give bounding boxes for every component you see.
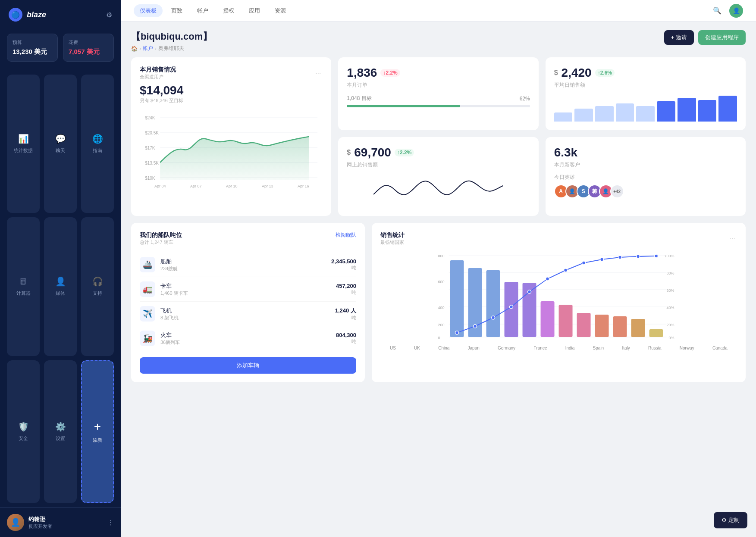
avg-sales-label: 平均日销售额 [554,81,737,89]
avg-sales-bar-chart [554,96,737,122]
nav-item-stats[interactable]: 📊 统计数据 [7,75,40,213]
avg-sales-value: $ 2,420 ↑2.6% [554,66,737,80]
nav-item-media[interactable]: 👤 媒体 [44,217,77,356]
header-actions: + 邀请 创建应用程序 [664,30,746,45]
orders-label: 本月订单 [347,81,400,89]
nav-item-guide[interactable]: 🌐 指南 [81,75,114,213]
invite-button[interactable]: + 邀请 [664,30,694,45]
revenue-change: ↑2.2% [395,149,414,156]
user-menu-icon[interactable]: ⋮ [107,518,114,527]
tab-auth[interactable]: 授权 [217,4,240,17]
top-nav-tabs: 仪表板 页数 帐户 授权 应用 资源 [134,4,292,17]
monthly-sales-header: 本月销售情况 全渠道用户 ... [140,66,323,80]
breadcrumb-home-icon: 🏠 [131,46,138,52]
fleet-item-plane: ✈️ 飞机 8 架飞机 1,240 人 吨 [140,302,356,326]
bar-2 [574,109,593,122]
tab-resources[interactable]: 资源 [269,4,292,17]
sales-more-btn[interactable]: ... [728,231,737,246]
content-area: 【biqubiqu.com】 🏠 › 帐户 › 奥弗维耶夫 + 邀请 创建应用程… [121,22,756,537]
svg-text:Apr 10: Apr 10 [226,184,238,188]
new-customers-label: 本月新客户 [554,161,737,169]
svg-point-53 [618,256,621,259]
bar-4 [616,103,634,122]
page-title: 【biqubiqu.com】 [131,30,212,43]
main-content: 仪表板 页数 帐户 授权 应用 资源 🔍 👤 【biqubiqu.com】 🏠 … [121,0,756,537]
nav-item-settings[interactable]: ⚙️ 设置 [44,360,77,503]
svg-text:40%: 40% [666,306,674,310]
search-button[interactable]: 🔍 [710,4,724,18]
fleet-plane-info: 飞机 8 架飞机 [160,307,335,321]
fleet-train-value: 804,300 [336,332,356,338]
page-header: 【biqubiqu.com】 🏠 › 帐户 › 奥弗维耶夫 + 邀请 创建应用程… [131,30,746,52]
settings-icon-top[interactable]: ⚙ [106,11,112,19]
monthly-more-btn[interactable]: ... [314,66,323,77]
monthly-chart-area: $24K $20.5K $17K $13.5K $10K [140,111,323,190]
budget-label: 预算 [13,39,52,46]
nav-label-stats: 统计数据 [14,147,33,154]
svg-point-55 [654,254,658,258]
calc-icon: 🖩 [19,277,28,287]
nav-item-security[interactable]: 🛡️ 安全 [7,360,40,503]
nav-item-add[interactable]: + 添新 [81,360,114,503]
fleet-plane-value: 1,240 人 [335,307,356,315]
fleet-view-link[interactable]: 检阅舰队 [336,231,356,239]
nav-item-support[interactable]: 🎧 支持 [81,217,114,356]
svg-text:60%: 60% [666,288,674,293]
sidebar-header: 🔵 blaze ⚙ [0,0,121,29]
bar-6 [657,101,675,122]
create-app-button[interactable]: 创建应用程序 [698,30,746,45]
label-spain: Spain [593,346,604,350]
orders-card: 1,836 ↓2.2% 本月订单 1,048 目标 62% [338,57,538,130]
nav-item-chat[interactable]: 💬 聊天 [44,75,77,213]
user-avatar-btn[interactable]: 👤 [729,4,743,18]
monthly-main-value: $14,094 [140,84,323,97]
tab-accounts[interactable]: 帐户 [191,4,214,17]
svg-point-50 [564,268,567,272]
orders-target-label: 1,048 目标 [347,95,371,102]
svg-text:Apr 07: Apr 07 [190,184,202,188]
nav-item-calc[interactable]: 🖩 计算器 [7,217,40,356]
fleet-truck-count: 1,460 辆卡车 [160,290,336,297]
budget-card: 预算 13,230 美元 [7,34,58,62]
breadcrumb-accounts[interactable]: 帐户 [143,45,153,52]
guide-icon: 🌐 [92,134,103,144]
top-nav: 仪表板 页数 帐户 授权 应用 资源 🔍 👤 [121,0,756,22]
svg-rect-37 [540,301,554,337]
bar-9 [718,96,737,122]
label-russia: Russia [648,346,662,350]
svg-rect-43 [649,329,663,337]
nav-grid: 📊 统计数据 💬 聊天 🌐 指南 🖩 计算器 👤 媒体 🎧 支持 🛡️ 安全 [0,70,121,508]
user-role: 反应开发者 [28,523,103,530]
heroes-label: 今日英雄 [554,174,737,181]
fleet-item-truck: 🚛 卡车 1,460 辆卡车 457,200 吨 [140,277,356,302]
fleet-item-ship: 🚢 船舶 234艘艇 2,345,500 吨 [140,253,356,277]
revenue-wave-svg [347,173,530,207]
fleet-truck-value: 457,200 [336,283,356,289]
stats-grid: 1,836 ↓2.2% 本月订单 1,048 目标 62% $ [131,57,746,216]
svg-text:400: 400 [438,306,444,310]
svg-text:600: 600 [438,280,444,284]
nav-label-media: 媒体 [56,290,65,297]
monthly-sub2: 另有 $48,346 至目标 [140,97,323,104]
monthly-sales-sub: 全渠道用户 [140,74,176,80]
expense-value: 7,057 美元 [69,47,108,56]
revenue-value: $ 69,700 ↑2.2% [347,146,530,159]
add-vehicle-button[interactable]: 添加车辆 [140,357,356,374]
tab-apps[interactable]: 应用 [243,4,266,17]
heroes-section: 今日英雄 A 👤 S 韩 👤 +42 [554,174,737,198]
user-name: 约翰逊 [28,515,103,523]
bar-3 [595,106,614,122]
svg-text:$13.5K: $13.5K [145,161,159,165]
fleet-ship-value: 2,345,500 [331,258,356,265]
tab-dashboard[interactable]: 仪表板 [134,4,163,17]
monthly-chart-svg: $24K $20.5K $17K $13.5K $10K [140,111,323,188]
fleet-plane-count: 8 架飞机 [160,315,335,321]
customize-button[interactable]: ⚙ 定制 [714,512,747,528]
media-icon: 👤 [55,276,66,287]
country-labels: US UK China Japan Germany France India S… [380,346,737,350]
logo-text: blaze [27,10,46,19]
tab-pages[interactable]: 页数 [165,4,188,17]
svg-text:$10K: $10K [145,176,155,181]
train-icon: 🚂 [140,331,155,346]
orders-change: ↓2.2% [380,69,400,77]
